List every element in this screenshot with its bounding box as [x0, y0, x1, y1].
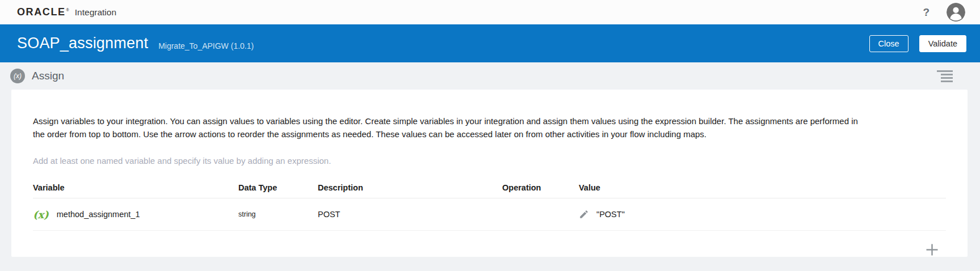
add-variable-button[interactable]: [925, 243, 939, 257]
table-header: Variable Data Type Description Operation…: [33, 177, 946, 198]
topbar-actions: ?: [923, 3, 965, 22]
help-icon[interactable]: ?: [923, 7, 929, 18]
brand: ORACLE ® Integration: [17, 6, 116, 18]
column-data-type: Data Type: [238, 183, 318, 192]
assign-section-bar: (x) Assign: [0, 62, 980, 90]
oracle-trademark: ®: [66, 8, 69, 12]
validate-button[interactable]: Validate: [919, 35, 966, 52]
table-row[interactable]: (x) method_assignment_1 string POST "POS…: [33, 198, 946, 231]
add-row: [33, 231, 946, 257]
edit-pencil-icon[interactable]: [579, 209, 589, 219]
column-operation: Operation: [502, 183, 579, 192]
column-description: Description: [318, 183, 502, 192]
section-title: Assign: [32, 70, 64, 82]
fx-variable-icon: (x): [33, 209, 49, 221]
product-name: Integration: [75, 7, 116, 18]
oracle-logo: ORACLE: [17, 6, 66, 18]
assign-fx-icon: (x): [10, 69, 25, 83]
menu-icon[interactable]: [937, 70, 953, 82]
variable-cell: (x) method_assignment_1: [33, 209, 238, 221]
column-variable: Variable: [33, 183, 238, 192]
page-header: SOAP_assignment Migrate_To_APIGW (1.0.1)…: [0, 24, 980, 62]
description-cell: POST: [318, 210, 502, 219]
column-value: Value: [579, 183, 946, 192]
data-type-cell: string: [238, 210, 318, 218]
top-app-bar: ORACLE ® Integration ?: [0, 0, 980, 24]
value-cell: "POST": [579, 209, 946, 219]
hint-text: Add at least one named variable and spec…: [33, 156, 946, 166]
description-text: Assign variables to your integration. Yo…: [33, 90, 863, 141]
header-actions: Close Validate: [869, 35, 966, 52]
variable-name: method_assignment_1: [57, 210, 140, 219]
close-button[interactable]: Close: [869, 35, 909, 52]
user-avatar-icon[interactable]: [947, 3, 965, 22]
value-expression: "POST": [596, 210, 625, 219]
page-title: SOAP_assignment: [17, 35, 148, 52]
integration-version: Migrate_To_APIGW (1.0.1): [158, 41, 254, 50]
assign-editor-card: Assign variables to your integration. Yo…: [11, 90, 968, 257]
